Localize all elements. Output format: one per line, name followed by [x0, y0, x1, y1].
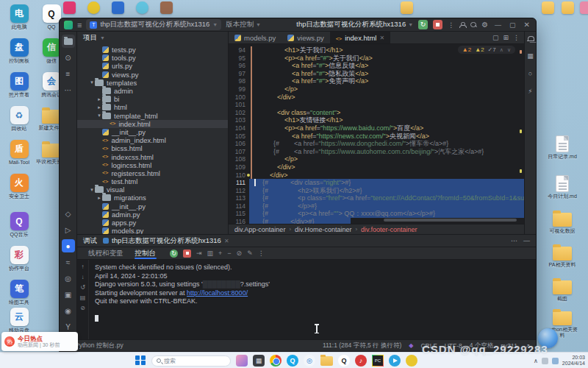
- debug-rerun-button[interactable]: ↻: [418, 20, 428, 29]
- desktop-icon-mail-tool[interactable]: 盾Mail-Tool: [2, 140, 36, 166]
- console-tool-icon[interactable]: ⊘: [80, 305, 85, 311]
- database-tool-icon[interactable]: ▦: [527, 52, 534, 60]
- taskbar-netease-music-icon[interactable]: ♪: [355, 355, 367, 367]
- editor-line[interactable]: 112 {# <h2>联系我们</h2>#}: [229, 187, 524, 195]
- desktop-icon-control-panel[interactable]: 盘控制面板: [2, 38, 36, 64]
- run-tool-icon[interactable]: ▷: [62, 223, 75, 236]
- services-tool-icon[interactable]: ≈: [62, 255, 75, 269]
- editor-line[interactable]: 104 <p><a href="https://www.baidu.com/">…: [229, 124, 524, 132]
- tree-item-admin-index-html[interactable]: <>admin_index.html: [77, 136, 228, 144]
- editor-line[interactable]: 110 </div>: [229, 171, 524, 180]
- desktop-icon-draw-app[interactable]: 笔绘图工具: [2, 280, 36, 305]
- taskbar-search[interactable]: 搜索: [151, 355, 231, 367]
- more-button[interactable]: ⋮: [258, 250, 265, 257]
- desktop-icon-cloud-disk[interactable]: 云移动云盘: [2, 308, 36, 333]
- editor-line[interactable]: 95 <p><a href="#">关于我们</a>: [229, 54, 524, 63]
- taskbar-dark-app-icon[interactable]: ▦: [253, 355, 265, 367]
- desktop-icon-app-music[interactable]: [87, 1, 100, 14]
- console-tool-icon[interactable]: ↺: [80, 284, 85, 291]
- tab-views-py[interactable]: views.py: [282, 32, 329, 43]
- ai-status-icon[interactable]: ◆: [409, 342, 413, 349]
- desktop-icon-recycle-bin[interactable]: ♻回收站: [2, 106, 36, 132]
- editor-line[interactable]: 100 </div>: [229, 93, 524, 102]
- tree-item-admin[interactable]: admin: [77, 87, 228, 95]
- desktop-icon-app-brown[interactable]: [160, 1, 173, 14]
- editor-scrollbar[interactable]: [518, 44, 523, 224]
- taskbar-file-explorer-icon[interactable]: [320, 356, 333, 366]
- tree-item--init-py[interactable]: __init__.py: [77, 202, 228, 210]
- tray-icon[interactable]: [552, 358, 559, 364]
- line-separator[interactable]: CRLF: [420, 342, 437, 350]
- tree-item-indexcss-html[interactable]: <>indexcss.html: [77, 152, 228, 160]
- gradle-tool-icon[interactable]: ○: [528, 70, 532, 77]
- step-over-button[interactable]: +: [218, 250, 222, 257]
- breadcrumb[interactable]: div.App-container›div.Home-container›div…: [229, 224, 524, 234]
- tree-item-views-py[interactable]: views.py: [77, 71, 228, 79]
- ai-assistant-tool-icon[interactable]: ⚡: [528, 88, 532, 95]
- stop-button[interactable]: [183, 250, 191, 258]
- editor-line[interactable]: 111 {# <div class="right">#}: [229, 179, 524, 187]
- tree-item-template-html[interactable]: ▾template_html: [77, 112, 228, 120]
- editor-action-icon[interactable]: ⋮: [513, 34, 520, 41]
- editor-line[interactable]: 114 {# </p>#}: [229, 202, 524, 210]
- taskbar-clock[interactable]: 20:03 2024/4/14: [562, 355, 585, 367]
- editor-hscrollbar[interactable]: [384, 219, 517, 222]
- tree-item-templates[interactable]: ▾templates: [77, 79, 228, 87]
- tree-item-index-html[interactable]: <>index.html: [77, 120, 228, 128]
- taskbar-qq-browser-icon[interactable]: Q: [287, 355, 298, 367]
- panel-more-icon[interactable]: ⋯: [511, 237, 517, 244]
- indent-config[interactable]: 4 个空格: [470, 342, 494, 350]
- taskbar-pycharm-task-icon[interactable]: PC: [372, 355, 384, 367]
- desktop-icon-folder-r1[interactable]: [542, 1, 554, 14]
- tree-item-tests-py[interactable]: tests.py: [77, 46, 228, 54]
- tree-item-registercss-html[interactable]: <>registercss.html: [77, 169, 228, 177]
- resume-button[interactable]: ⇥: [196, 250, 202, 257]
- debug-tool-icon[interactable]: ●: [62, 239, 75, 252]
- maximize-button[interactable]: ▢: [508, 21, 517, 29]
- structure-tool-icon[interactable]: ≡: [62, 67, 75, 80]
- taskbar-chrome-icon[interactable]: [270, 355, 282, 367]
- caret-position[interactable]: 111:1 (284 字符,5 行 换行符): [323, 342, 401, 350]
- tree-item-visual[interactable]: ▾visual: [77, 185, 228, 194]
- editor-line[interactable]: 108 </p>: [229, 155, 524, 163]
- breadcrumb-div.App-container[interactable]: div.App-container: [234, 226, 285, 233]
- desktop-icon-security-app[interactable]: 火安全卫士: [2, 174, 36, 199]
- console-tool-icon[interactable]: ↓: [82, 274, 85, 280]
- tree-item-apps-py[interactable]: apps.py: [77, 219, 228, 227]
- browser-sphere-icon[interactable]: [538, 328, 558, 348]
- tree-item-models-py[interactable]: models.py: [77, 227, 228, 234]
- editor-line[interactable]: 102 <div class="content">: [229, 109, 524, 117]
- close-tab-icon[interactable]: ✕: [380, 35, 385, 41]
- edit-config-button[interactable]: ✎: [247, 250, 253, 257]
- desktop-icon-folder-r2[interactable]: [562, 1, 574, 14]
- debug-session-tab[interactable]: thp日志数据可视化分析系统hx1316 ✕: [103, 236, 229, 246]
- editor-line[interactable]: 96 <a href="#">信息反馈</a>: [229, 62, 524, 70]
- desktop-icon-figure-app[interactable]: [580, 1, 588, 14]
- step-out-button[interactable]: −: [227, 250, 231, 257]
- tab-index-html[interactable]: <>index.html✕: [330, 32, 390, 43]
- tree-item-tools-py[interactable]: tools.py: [77, 54, 228, 62]
- desktop-icon-folder-mid[interactable]: [401, 1, 413, 14]
- stop-button[interactable]: [433, 20, 442, 29]
- editor-line[interactable]: 99 </p>: [229, 85, 524, 93]
- console-tool-icon[interactable]: ▤: [80, 294, 86, 301]
- tree-item-bi[interactable]: ▸bi: [77, 95, 228, 103]
- desktop-icon-design-app[interactable]: 彩协作平台: [2, 246, 36, 272]
- desktop-icon-app-blue[interactable]: [112, 1, 124, 14]
- editor-line[interactable]: 115 {# <p><a href=""> QQ：xxxx@qq.com</a>…: [229, 210, 524, 218]
- commit-tool-icon[interactable]: ⊙: [62, 51, 75, 64]
- editor-line[interactable]: 109 </div>: [229, 163, 524, 171]
- editor-line[interactable]: 103 <h1>友情链接</h1>: [229, 116, 524, 124]
- tree-item-migrations[interactable]: ▸migrations: [77, 194, 228, 202]
- taskbar-qq-penguin-icon[interactable]: Q: [338, 355, 350, 367]
- todo-tool-icon[interactable]: ◉: [62, 304, 75, 317]
- desktop-icon-md-notes[interactable]: 日常记录.md: [545, 134, 579, 160]
- taskbar-yellow-app-icon[interactable]: [406, 355, 417, 367]
- tree-item-urls-py[interactable]: urls.py: [77, 62, 228, 70]
- file-encoding[interactable]: UTF-8: [445, 342, 462, 350]
- tree-item-admin-py[interactable]: admin.py: [77, 210, 228, 219]
- tray-chevron-icon[interactable]: ∧: [534, 358, 538, 364]
- project-selector[interactable]: T thp日志数据可视化分析系统hx1316 ▼: [86, 19, 221, 30]
- search-everywhere-icon[interactable]: [470, 22, 476, 28]
- editor-action-icon[interactable]: ▢: [492, 34, 499, 41]
